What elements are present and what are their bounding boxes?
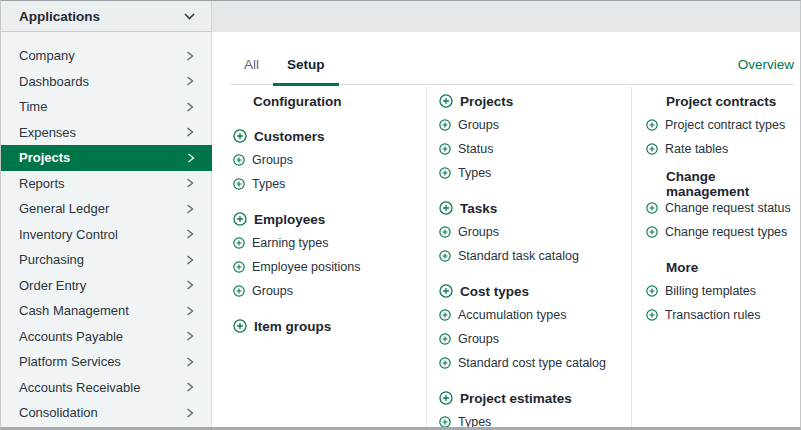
plus-circle-icon[interactable] [233, 261, 245, 273]
main-content: All Setup Overview Configuration Custome… [213, 32, 800, 427]
setup-item-row[interactable]: Types [439, 161, 631, 185]
group-title-label: Project estimates [460, 391, 572, 406]
application-window: Applications Company Dashboards Time Exp… [0, 0, 801, 430]
plus-circle-icon[interactable] [439, 416, 451, 428]
plus-circle-icon[interactable] [646, 202, 658, 214]
sidebar-item-label: Platform Services [19, 354, 121, 369]
group-title-label: Item groups [254, 319, 331, 334]
plus-circle-icon[interactable] [439, 119, 451, 131]
sidebar-item-expenses[interactable]: Expenses [1, 120, 211, 146]
plus-circle-icon[interactable] [233, 237, 245, 249]
plus-circle-icon[interactable] [646, 143, 658, 155]
plus-circle-icon[interactable] [439, 391, 453, 405]
sidebar-item-label: Inventory Control [19, 227, 118, 242]
sidebar-item-label: General Ledger [19, 201, 109, 216]
group-title-label: Employees [254, 212, 325, 227]
plus-circle-icon[interactable] [646, 119, 658, 131]
plus-circle-icon[interactable] [439, 250, 451, 262]
plus-circle-icon[interactable] [439, 226, 451, 238]
setup-item-label: Earning types [252, 236, 328, 250]
setup-group-title-row[interactable]: Customers [233, 124, 426, 148]
setup-item-row[interactable]: Project contract types [646, 113, 800, 137]
setup-item-row[interactable]: Rate tables [646, 137, 800, 161]
top-band [212, 1, 800, 32]
plus-circle-icon[interactable] [439, 333, 451, 345]
group-title-label: Change management [646, 169, 800, 199]
plus-circle-icon[interactable] [646, 309, 658, 321]
sidebar-item-accounts-receivable[interactable]: Accounts Receivable [1, 375, 211, 401]
setup-item-row[interactable]: Types [233, 172, 426, 196]
setup-item-row[interactable]: Status [439, 137, 631, 161]
setup-group-title-row[interactable]: Tasks [439, 196, 631, 220]
setup-item-row[interactable]: Change request types [646, 220, 800, 244]
setup-item-row[interactable]: Employee positions [233, 255, 426, 279]
plus-circle-icon[interactable] [646, 226, 658, 238]
setup-group-customers: Customers Groups Types [233, 124, 426, 196]
plus-circle-icon[interactable] [439, 167, 451, 179]
plus-circle-icon[interactable] [439, 201, 453, 215]
setup-item-row[interactable]: Standard task catalog [439, 244, 631, 268]
tab-all[interactable]: All [230, 47, 273, 86]
applications-menu-button[interactable]: Applications [1, 1, 212, 32]
plus-circle-icon[interactable] [439, 357, 451, 369]
setup-item-row[interactable]: Groups [233, 148, 426, 172]
setup-group-title-row[interactable]: Employees [233, 207, 426, 231]
sidebar-nav: Company Dashboards Time Expenses Project… [1, 32, 212, 427]
plus-circle-icon[interactable] [439, 284, 453, 298]
sidebar-item-purchasing[interactable]: Purchasing [1, 247, 211, 273]
chevron-right-icon [186, 102, 194, 112]
setup-group-title-row[interactable]: Projects [439, 89, 631, 113]
plus-circle-icon[interactable] [439, 94, 453, 108]
sidebar-item-inventory-control[interactable]: Inventory Control [1, 222, 211, 248]
setup-item-row[interactable]: Groups [233, 279, 426, 303]
chevron-right-icon [186, 331, 194, 341]
chevron-right-icon [186, 51, 194, 61]
chevron-right-icon [186, 382, 194, 392]
sidebar-item-cash-management[interactable]: Cash Management [1, 298, 211, 324]
setup-item-row[interactable]: Accumulation types [439, 303, 631, 327]
setup-item-row[interactable]: Change request status [646, 196, 800, 220]
setup-item-row[interactable]: Groups [439, 220, 631, 244]
sidebar-item-projects[interactable]: Projects [1, 145, 212, 171]
plus-circle-icon[interactable] [233, 178, 245, 190]
sidebar-item-consolidation[interactable]: Consolidation [1, 400, 211, 426]
sidebar-item-time[interactable]: Time [1, 94, 211, 120]
setup-column-3: Project contracts Project contract types… [631, 87, 800, 427]
setup-item-row[interactable]: Billing templates [646, 279, 800, 303]
chevron-right-icon [186, 76, 194, 86]
chevron-right-icon [186, 357, 194, 367]
setup-item-label: Types [252, 177, 285, 191]
setup-item-row[interactable]: Transaction rules [646, 303, 800, 327]
plus-circle-icon[interactable] [233, 154, 245, 166]
sidebar-item-label: Company [19, 48, 75, 63]
setup-item-row[interactable]: Standard cost type catalog [439, 351, 631, 375]
sidebar-item-accounts-payable[interactable]: Accounts Payable [1, 324, 211, 350]
overview-link[interactable]: Overview [738, 57, 794, 84]
plus-circle-icon[interactable] [646, 285, 658, 297]
plus-circle-icon[interactable] [439, 309, 451, 321]
sidebar-item-platform-services[interactable]: Platform Services [1, 349, 211, 375]
setup-group-title-row[interactable]: Item groups [233, 314, 426, 338]
setup-item-row[interactable]: Groups [439, 113, 631, 137]
setup-group-title-row[interactable]: Project estimates [439, 386, 631, 410]
plus-circle-icon[interactable] [233, 212, 247, 226]
group-title-label: Tasks [460, 201, 497, 216]
chevron-right-icon [186, 178, 194, 188]
setup-item-row[interactable]: Groups [439, 327, 631, 351]
plus-circle-icon[interactable] [233, 129, 247, 143]
plus-circle-icon[interactable] [439, 143, 451, 155]
sidebar-item-dashboards[interactable]: Dashboards [1, 69, 211, 95]
plus-circle-icon[interactable] [233, 285, 245, 297]
sidebar-item-company[interactable]: Company [1, 43, 211, 69]
sidebar-item-general-ledger[interactable]: General Ledger [1, 196, 211, 222]
plus-circle-icon[interactable] [233, 319, 247, 333]
tab-setup[interactable]: Setup [273, 47, 339, 86]
sidebar-item-label: Cash Management [19, 303, 129, 318]
sidebar-item-order-entry[interactable]: Order Entry [1, 273, 211, 299]
setup-group-title-row[interactable]: Cost types [439, 279, 631, 303]
setup-item-row[interactable]: Types [439, 410, 631, 430]
sidebar-item-label: Time [19, 99, 47, 114]
setup-group-cost-types: Cost types Accumulation types Groups Sta… [439, 279, 631, 375]
sidebar-item-reports[interactable]: Reports [1, 171, 211, 197]
setup-item-row[interactable]: Earning types [233, 231, 426, 255]
